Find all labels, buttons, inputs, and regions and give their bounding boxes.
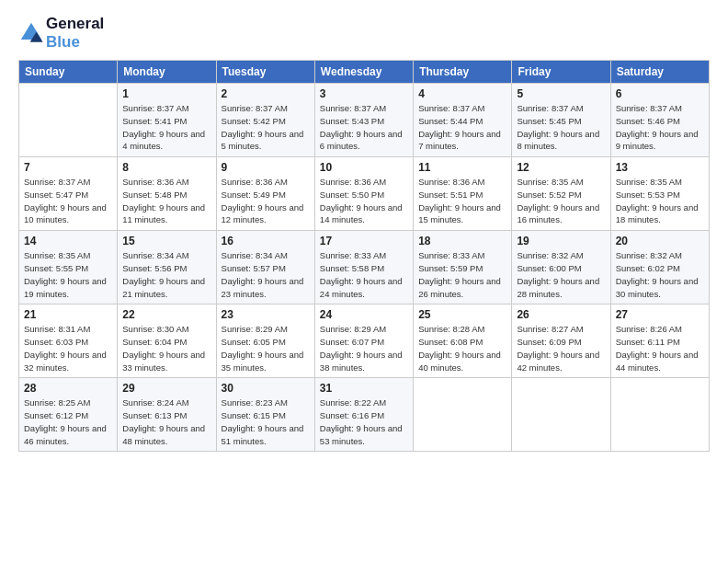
day-info: Sunrise: 8:33 AMSunset: 5:58 PMDaylight:… (320, 250, 403, 298)
day-info: Sunrise: 8:32 AMSunset: 6:00 PMDaylight:… (517, 250, 599, 298)
calendar-week: 1 Sunrise: 8:37 AMSunset: 5:41 PMDayligh… (19, 84, 710, 157)
calendar-week: 14 Sunrise: 8:35 AMSunset: 5:55 PMDaylig… (19, 231, 710, 304)
calendar-cell: 23 Sunrise: 8:29 AMSunset: 6:05 PMDaylig… (216, 304, 314, 378)
calendar-cell: 11 Sunrise: 8:36 AMSunset: 5:51 PMDaylig… (414, 157, 512, 231)
day-info: Sunrise: 8:24 AMSunset: 6:13 PMDaylight:… (122, 397, 205, 445)
day-number: 13 (616, 161, 704, 174)
day-number: 17 (320, 235, 408, 247)
day-info: Sunrise: 8:36 AMSunset: 5:51 PMDaylight:… (418, 177, 501, 224)
day-info: Sunrise: 8:25 AMSunset: 6:12 PMDaylight:… (24, 397, 107, 445)
calendar-cell: 1 Sunrise: 8:37 AMSunset: 5:41 PMDayligh… (118, 84, 216, 157)
page: General Blue SundayMondayTuesdayWednesda… (0, 0, 728, 563)
day-info: Sunrise: 8:28 AMSunset: 6:08 PMDaylight:… (418, 324, 501, 372)
day-number: 14 (24, 235, 112, 247)
day-info: Sunrise: 8:27 AMSunset: 6:09 PMDaylight:… (517, 324, 599, 372)
calendar-week: 7 Sunrise: 8:37 AMSunset: 5:47 PMDayligh… (19, 157, 710, 231)
calendar-week: 21 Sunrise: 8:31 AMSunset: 6:03 PMDaylig… (19, 304, 710, 378)
day-number: 6 (616, 87, 704, 100)
calendar-cell: 13 Sunrise: 8:35 AMSunset: 5:53 PMDaylig… (610, 157, 709, 231)
day-info: Sunrise: 8:29 AMSunset: 6:05 PMDaylight:… (222, 324, 304, 372)
calendar-week: 28 Sunrise: 8:25 AMSunset: 6:12 PMDaylig… (19, 378, 710, 452)
logo: General Blue (18, 15, 104, 51)
day-info: Sunrise: 8:30 AMSunset: 6:04 PMDaylight:… (122, 324, 205, 372)
calendar-cell: 5 Sunrise: 8:37 AMSunset: 5:45 PMDayligh… (512, 84, 610, 157)
calendar-cell: 12 Sunrise: 8:35 AMSunset: 5:52 PMDaylig… (512, 157, 610, 231)
day-number: 11 (418, 161, 506, 174)
calendar-cell: 26 Sunrise: 8:27 AMSunset: 6:09 PMDaylig… (512, 304, 610, 378)
day-info: Sunrise: 8:23 AMSunset: 6:15 PMDaylight:… (222, 397, 304, 445)
day-number: 22 (122, 308, 210, 321)
day-info: Sunrise: 8:22 AMSunset: 6:16 PMDaylight:… (320, 397, 403, 445)
weekday-header: Tuesday (216, 61, 314, 84)
calendar-cell: 22 Sunrise: 8:30 AMSunset: 6:04 PMDaylig… (118, 304, 216, 378)
day-number: 19 (517, 235, 605, 247)
weekday-header: Friday (512, 61, 610, 84)
day-info: Sunrise: 8:31 AMSunset: 6:03 PMDaylight:… (24, 324, 107, 372)
calendar-cell: 6 Sunrise: 8:37 AMSunset: 5:46 PMDayligh… (610, 84, 709, 157)
day-number: 7 (24, 161, 112, 174)
day-number: 1 (122, 87, 210, 100)
day-info: Sunrise: 8:37 AMSunset: 5:47 PMDaylight:… (24, 177, 107, 224)
weekday-header: Monday (118, 61, 216, 84)
calendar-cell (610, 378, 709, 452)
day-info: Sunrise: 8:37 AMSunset: 5:41 PMDaylight:… (122, 103, 205, 151)
day-number: 8 (122, 161, 210, 174)
day-number: 25 (418, 308, 506, 321)
calendar-cell: 15 Sunrise: 8:34 AMSunset: 5:56 PMDaylig… (118, 231, 216, 304)
day-number: 20 (616, 235, 704, 247)
calendar-cell: 16 Sunrise: 8:34 AMSunset: 5:57 PMDaylig… (216, 231, 314, 304)
calendar-cell: 29 Sunrise: 8:24 AMSunset: 6:13 PMDaylig… (118, 378, 216, 452)
day-number: 5 (517, 87, 605, 100)
weekday-header: Wednesday (314, 61, 413, 84)
day-info: Sunrise: 8:37 AMSunset: 5:43 PMDaylight:… (320, 103, 403, 151)
day-info: Sunrise: 8:35 AMSunset: 5:55 PMDaylight:… (24, 250, 107, 298)
day-number: 10 (320, 161, 408, 174)
day-info: Sunrise: 8:36 AMSunset: 5:48 PMDaylight:… (122, 177, 205, 224)
calendar-cell: 8 Sunrise: 8:36 AMSunset: 5:48 PMDayligh… (118, 157, 216, 231)
day-number: 3 (320, 87, 408, 100)
day-number: 31 (320, 382, 408, 395)
day-info: Sunrise: 8:29 AMSunset: 6:07 PMDaylight:… (320, 324, 403, 372)
day-info: Sunrise: 8:37 AMSunset: 5:42 PMDaylight:… (222, 103, 304, 151)
day-info: Sunrise: 8:35 AMSunset: 5:52 PMDaylight:… (517, 177, 599, 224)
day-number: 24 (320, 308, 408, 321)
day-info: Sunrise: 8:32 AMSunset: 6:02 PMDaylight:… (616, 250, 699, 298)
weekday-header: Thursday (414, 61, 512, 84)
calendar-cell: 21 Sunrise: 8:31 AMSunset: 6:03 PMDaylig… (19, 304, 118, 378)
day-number: 4 (418, 87, 506, 100)
day-number: 28 (24, 382, 112, 395)
calendar-cell: 17 Sunrise: 8:33 AMSunset: 5:58 PMDaylig… (314, 231, 413, 304)
calendar-cell: 14 Sunrise: 8:35 AMSunset: 5:55 PMDaylig… (19, 231, 118, 304)
day-info: Sunrise: 8:37 AMSunset: 5:44 PMDaylight:… (418, 103, 501, 151)
day-number: 21 (24, 308, 112, 321)
day-number: 26 (517, 308, 605, 321)
calendar-cell: 28 Sunrise: 8:25 AMSunset: 6:12 PMDaylig… (19, 378, 118, 452)
weekday-header: Sunday (19, 61, 118, 84)
day-info: Sunrise: 8:36 AMSunset: 5:49 PMDaylight:… (222, 177, 304, 224)
calendar-cell: 18 Sunrise: 8:33 AMSunset: 5:59 PMDaylig… (414, 231, 512, 304)
day-number: 30 (222, 382, 310, 395)
calendar-cell: 25 Sunrise: 8:28 AMSunset: 6:08 PMDaylig… (414, 304, 512, 378)
day-info: Sunrise: 8:34 AMSunset: 5:56 PMDaylight:… (122, 250, 205, 298)
day-number: 18 (418, 235, 506, 247)
calendar-cell: 9 Sunrise: 8:36 AMSunset: 5:49 PMDayligh… (216, 157, 314, 231)
calendar-cell: 10 Sunrise: 8:36 AMSunset: 5:50 PMDaylig… (314, 157, 413, 231)
day-number: 27 (616, 308, 704, 321)
day-info: Sunrise: 8:37 AMSunset: 5:45 PMDaylight:… (517, 103, 599, 151)
calendar-cell: 3 Sunrise: 8:37 AMSunset: 5:43 PMDayligh… (314, 84, 413, 157)
day-number: 23 (222, 308, 310, 321)
day-info: Sunrise: 8:37 AMSunset: 5:46 PMDaylight:… (616, 103, 699, 151)
day-number: 2 (222, 87, 310, 100)
day-number: 16 (222, 235, 310, 247)
calendar-cell: 30 Sunrise: 8:23 AMSunset: 6:15 PMDaylig… (216, 378, 314, 452)
day-number: 9 (222, 161, 310, 174)
day-info: Sunrise: 8:26 AMSunset: 6:11 PMDaylight:… (616, 324, 699, 372)
header-row: SundayMondayTuesdayWednesdayThursdayFrid… (19, 61, 710, 84)
day-number: 12 (517, 161, 605, 174)
calendar-cell: 20 Sunrise: 8:32 AMSunset: 6:02 PMDaylig… (610, 231, 709, 304)
calendar-cell: 7 Sunrise: 8:37 AMSunset: 5:47 PMDayligh… (19, 157, 118, 231)
calendar-cell: 4 Sunrise: 8:37 AMSunset: 5:44 PMDayligh… (414, 84, 512, 157)
day-number: 15 (122, 235, 210, 247)
header: General Blue (18, 15, 710, 51)
weekday-header: Saturday (610, 61, 709, 84)
